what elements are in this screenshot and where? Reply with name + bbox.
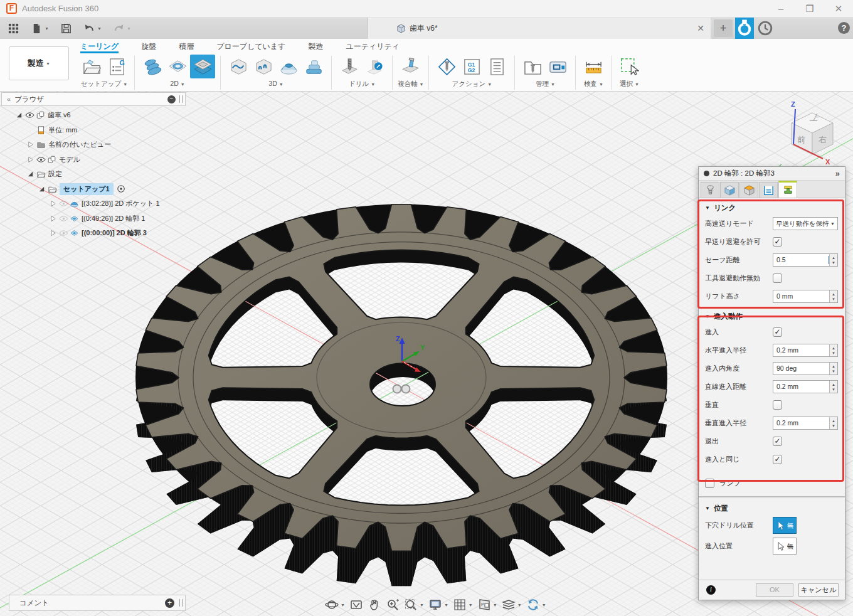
workspace-selector[interactable]: 製造▼	[9, 46, 69, 80]
dialog-header[interactable]: 2D 輪郭 : 2D 輪郭3 »	[699, 167, 845, 181]
entry-position-button[interactable]: 無	[773, 538, 797, 555]
setup-folder-icon[interactable]	[79, 55, 104, 78]
ribbon-tab-1[interactable]: 旋盤	[141, 39, 156, 53]
zoom-icon[interactable]	[386, 598, 400, 612]
no-tool-retract-checkbox[interactable]	[773, 273, 782, 283]
lift-height-input[interactable]: 0 mm▲▼	[773, 290, 838, 303]
select-icon[interactable]	[617, 55, 642, 78]
section-title-entry[interactable]: ▼進入動作	[705, 310, 839, 323]
dialog-collapse-icon[interactable]: »	[835, 169, 840, 178]
drill-icon[interactable]	[337, 55, 362, 78]
horizontal3d-icon[interactable]	[276, 55, 301, 78]
add-comment-icon[interactable]: +	[165, 598, 174, 608]
ribbon-group-label[interactable]: 管理▼	[536, 80, 555, 88]
spiral3d-icon[interactable]	[301, 55, 326, 78]
expander-collapsed-icon[interactable]	[48, 230, 58, 236]
info-icon[interactable]: i	[706, 585, 716, 595]
ribbon-tab-3[interactable]: プローブしています	[216, 39, 285, 53]
browser-minimize-icon[interactable]: −	[167, 95, 176, 104]
help-button[interactable]: ?	[838, 22, 850, 34]
eye-icon[interactable]	[36, 156, 46, 164]
horizontal-lead-in-radius-input[interactable]: 0.2 mm▲▼	[773, 344, 838, 357]
refresh-icon[interactable]: ▼	[526, 598, 546, 612]
contour2d-icon[interactable]	[190, 55, 215, 78]
ribbon-group-label[interactable]: ドリル▼	[349, 80, 375, 88]
expander-collapsed-icon[interactable]	[25, 141, 36, 148]
lead-in-checkbox[interactable]: ✓	[773, 327, 782, 337]
dialog-tab-t-passes[interactable]	[759, 182, 778, 198]
browser-label-op-2d-contour-1[interactable]: [(0:49:26)] 2D 輪郭 1	[82, 214, 146, 223]
history-clock-icon[interactable]	[756, 19, 774, 37]
cancel-button[interactable]: キャンセル	[798, 583, 839, 597]
eye-ghost-icon[interactable]	[58, 199, 69, 208]
section-title-link[interactable]: ▼リンク	[705, 201, 839, 215]
pocket2d-icon[interactable]	[165, 55, 190, 78]
browser-row-op-2d-contour-3[interactable]: [(0:00:00)] 2D 輪郭 3	[1, 226, 186, 241]
browser-label-setup-1[interactable]: セットアップ1	[60, 183, 114, 195]
high-feed-mode-select[interactable]: 早送り動作を保持▼	[773, 217, 838, 230]
fit-icon[interactable]: ▼	[404, 598, 424, 612]
ribbon-group-label[interactable]: 3D▼	[268, 80, 283, 87]
browser-row-gear-component[interactable]: 歯車 v6	[1, 108, 186, 123]
section-collapse-icon[interactable]: ▼	[705, 506, 710, 511]
browser-grip-handle[interactable]	[179, 95, 183, 103]
app-grid-icon[interactable]	[4, 19, 23, 37]
eye-icon[interactable]	[24, 111, 35, 119]
browser-row-settings[interactable]: 設定	[1, 167, 186, 182]
adaptive2d-icon[interactable]	[140, 55, 165, 78]
browser-label-units[interactable]: 単位: mm	[48, 125, 77, 135]
new-tab-button[interactable]: +	[714, 19, 733, 37]
ribbon-tab-4[interactable]: 製造	[308, 39, 323, 53]
ribbon-tab-5[interactable]: ユーティリティ	[346, 39, 400, 53]
browser-collapse-icon[interactable]: «	[7, 95, 11, 103]
same-as-lead-in-checkbox[interactable]: ✓	[773, 455, 782, 464]
dialog-tab-t-height[interactable]	[739, 182, 758, 198]
dialog-tab-t-tool[interactable]	[701, 182, 719, 198]
adaptive3d-icon[interactable]	[226, 55, 251, 78]
browser-row-models[interactable]: モデル	[1, 152, 186, 167]
expander-collapsed-icon[interactable]	[48, 200, 58, 207]
measure-icon[interactable]	[581, 55, 606, 78]
section-title-position[interactable]: ▼位置	[705, 502, 839, 515]
display-settings-icon[interactable]: ▼	[428, 598, 448, 612]
pre-drill-position-button[interactable]: 無	[773, 517, 797, 534]
spinner-arrows[interactable]: ▲▼	[829, 381, 837, 393]
browser-label-named-views[interactable]: 名前の付いたビュー	[48, 140, 111, 149]
browser-label-op-2d-pocket-1[interactable]: [(3:02:28)] 2D ポケット 1	[82, 199, 160, 208]
thread-icon[interactable]: +	[362, 55, 387, 78]
section-collapse-icon[interactable]: ▼	[705, 205, 710, 211]
contour3d-icon[interactable]	[251, 55, 276, 78]
perpendicular-lead-in-radius-input[interactable]: 0.2 mm▲▼	[773, 417, 838, 430]
browser-row-named-views[interactable]: 名前の付いたビュー	[1, 137, 186, 152]
setup-gdoc-icon[interactable]: G	[104, 55, 129, 78]
redo-button[interactable]: ▼	[109, 19, 135, 37]
perpendicular-checkbox[interactable]	[773, 400, 782, 410]
dialog-tab-t-geom[interactable]	[720, 182, 739, 198]
g1g2-icon[interactable]: G1G2	[459, 55, 484, 78]
lead-out-checkbox[interactable]: ✓	[773, 437, 782, 446]
expander-collapsed-icon[interactable]	[25, 156, 36, 163]
undo-button[interactable]: ▼	[80, 19, 105, 37]
ribbon-group-label[interactable]: アクション▼	[452, 80, 492, 88]
lead-in-sweep-angle-input[interactable]: 90 deg▲▼	[773, 362, 838, 375]
spinner-arrows[interactable]: ▲▼	[829, 417, 837, 429]
comment-grip-handle[interactable]	[179, 599, 183, 607]
browser-row-units[interactable]: 単位: mm	[1, 123, 186, 138]
grid-snaps-icon[interactable]: ▼	[453, 598, 473, 612]
visibility-icon[interactable]: ▼	[502, 598, 522, 612]
browser-label-gear-component[interactable]: 歯車 v6	[48, 110, 71, 120]
safe-distance-input[interactable]: 0.5▲▼	[773, 253, 838, 267]
view-cube[interactable]: 上前右ZX	[773, 95, 853, 177]
browser-row-op-2d-pocket-1[interactable]: [(3:02:28)] 2D ポケット 1	[1, 196, 186, 211]
sheet-icon[interactable]	[484, 55, 509, 78]
ribbon-group-label[interactable]: セットアップ▼	[81, 80, 127, 88]
eye-ghost-icon[interactable]	[58, 215, 69, 223]
spinner-arrows[interactable]: ▲▼	[829, 290, 837, 302]
ribbon-tab-2[interactable]: 積層	[179, 39, 194, 53]
browser-label-settings[interactable]: 設定	[48, 169, 62, 179]
ribbon-group-label[interactable]: 2D▼	[170, 80, 184, 87]
browser-row-op-2d-contour-1[interactable]: [(0:49:26)] 2D 輪郭 1	[1, 211, 186, 226]
browser-label-op-2d-contour-3[interactable]: [(0:00:00)] 2D 輪郭 3	[82, 228, 147, 238]
minimize-button[interactable]: –	[766, 0, 795, 18]
look-at-icon[interactable]	[349, 598, 363, 612]
